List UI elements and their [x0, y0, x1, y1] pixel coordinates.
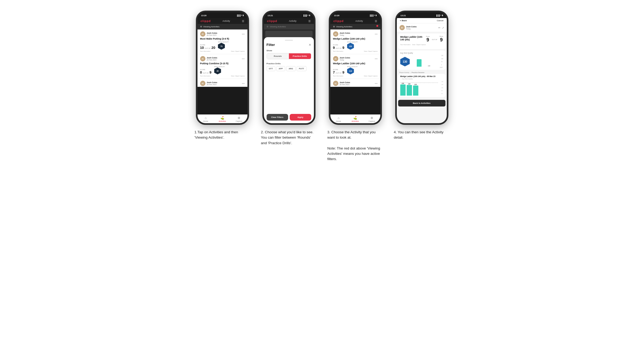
bar-group-1: 132	[400, 83, 406, 96]
back-button[interactable]: < Back	[400, 19, 407, 22]
phone2-viewing-label: Viewing Activities	[270, 25, 286, 28]
phone1-card1-data-source: Data: Clippd Capture	[231, 50, 245, 52]
phone3-nav-activities[interactable]: ⛳ Activities	[347, 115, 364, 123]
phone-1: 13:20 ▐▐▐ ▿ ▮ clippd Activity ☰ ⚙ Viewin…	[196, 11, 249, 125]
phone1-card2-test-info: Test Information	[200, 75, 211, 77]
phone1-nav-home[interactable]: ⌂ Home	[197, 115, 214, 123]
phone3-card1-outof: OUT OF	[336, 48, 342, 49]
phone1-card1-dots[interactable]: •••	[242, 33, 245, 36]
phone4-title-row: Wedge Ladder (100-140 yds) Score 9 OUT O…	[400, 36, 443, 43]
player-activity-label: Player Activity	[399, 72, 409, 73]
phone3-card3-avatar: JC	[333, 81, 338, 86]
phone-1-column: 13:20 ▐▐▐ ▿ ▮ clippd Activity ☰ ⚙ Viewin…	[193, 11, 252, 140]
filter-practice-drills-btn[interactable]: Practice Drills	[289, 53, 311, 59]
phone4-score-col: Score 9	[426, 36, 430, 43]
phone3-home-icon: ⌂	[338, 116, 339, 120]
filter-chip-app[interactable]: APP	[276, 66, 285, 71]
phone-3: 13:20 ▐▐▐ ▿ ▮ clippd Activity ☰ ⚙ Viewin…	[329, 11, 382, 125]
apply-filter-button[interactable]: Apply	[290, 114, 311, 121]
filter-chip-arg[interactable]: ARG	[286, 66, 296, 71]
filter-close-icon[interactable]: ✕	[309, 43, 311, 47]
phone3-menu-icon[interactable]: ☰	[375, 20, 377, 23]
phone4-avg-sq-badge: 130	[400, 57, 410, 66]
bar-3	[413, 86, 418, 96]
phone4-shots-col: Shots 9	[439, 36, 443, 43]
phone1-status-icons: ▐▐▐ ▿ ▮	[237, 14, 244, 16]
phone3-card-1[interactable]: JC Josh Coles Today ••• Wedge Ladder (10…	[330, 29, 380, 54]
cancel-button[interactable]: Cancel	[437, 19, 444, 22]
phone-2: 13:21 ▐▐▐ ▿ ▮ clippd Activity ☰ ⚙ Viewin…	[262, 11, 315, 125]
phone2-nav-title: Activity	[289, 20, 297, 22]
phone4-avg-sq-value: 130	[403, 60, 407, 63]
phone2-menu-icon[interactable]: ☰	[308, 20, 311, 23]
phone3-time: 13:20	[334, 14, 339, 17]
phone3-nav-home[interactable]: ⌂ Home	[330, 115, 347, 123]
bar-group-3: 124	[413, 84, 418, 96]
phone1-card3-avatar: JC	[200, 81, 205, 86]
phone3-card1-score-value: 9 OUT OF 9	[333, 46, 344, 50]
phone1-card1-score-num: 10	[200, 46, 204, 50]
phone3-viewing-activities-bar[interactable]: ⚙ Viewing Activities	[330, 24, 380, 29]
phone4-status-bar: 13:21 ▐▐▐ ▿ ▮	[397, 12, 447, 18]
phone1-nav-activities[interactable]: ⛳ Activities	[214, 115, 231, 123]
phone1-card2-score-num: 0	[200, 70, 202, 74]
phone1-status-bar: 13:20 ▐▐▐ ▿ ▮	[197, 12, 247, 18]
phone1-card-2[interactable]: JC Josh Coles 28 Feb 2023 ••• Putting Co…	[197, 54, 247, 79]
clear-filters-button[interactable]: Clear Filters	[267, 114, 288, 121]
phone1-card2-outof-num: 9	[209, 70, 211, 74]
phone1-card1-user: JC Josh Coles 28 Feb 2023	[200, 31, 217, 37]
phone3-card2-footer: Test Information Data: Clippd Capture	[333, 75, 378, 77]
phone3-card2-title: Wedge Ladder (100-140 yds)	[333, 62, 378, 65]
back-to-activities-button[interactable]: Back to Activities	[398, 100, 445, 106]
phone1-card-3: JC Josh Coles 28 Feb 2023 •••	[197, 79, 247, 87]
filter-chip-putt[interactable]: PUTT	[297, 66, 307, 71]
filter-rounds-btn[interactable]: Rounds	[267, 53, 289, 59]
phone1-card1-title: Must Make Putting (3-6 ft)	[200, 37, 245, 40]
phone1-card-1[interactable]: JC Josh Coles 28 Feb 2023 ••• Must Make …	[197, 29, 247, 54]
home-icon: ⌂	[205, 116, 207, 120]
phone3-card2-avatar: JC	[333, 56, 338, 61]
phone4-bar-chart-subtitle: --- Avg Shot Quality	[400, 78, 443, 80]
phone3-card-2[interactable]: JC Josh Coles Today ••• Wedge Ladder (10…	[330, 54, 380, 79]
phone4-info-row: Test Information Data: Clippd Capture	[400, 44, 443, 45]
bar-y-100: 100	[441, 87, 443, 88]
phone3-card2-username: Josh Coles	[340, 57, 350, 59]
phone1-card2-title: Putting Combine (3-15 ft)	[200, 62, 245, 65]
phone1-menu-icon[interactable]: ☰	[242, 20, 244, 23]
filter-chip-ott[interactable]: OTT	[267, 66, 275, 71]
phone3-card3-dots[interactable]: •••	[375, 82, 378, 85]
phone4-mini-chart-bars: 130	[411, 55, 443, 67]
phone1-nav-capture[interactable]: ⊕ Capture	[231, 115, 247, 123]
caption-4: 4. You can then see the Activity detail.	[394, 130, 450, 140]
phone3-card1-footer: Test Information Data: Clippd Capture	[333, 50, 378, 52]
bar-chart-y-axis: 140 120 100 80 60	[441, 81, 443, 94]
phone4-battery-icon: ▮	[442, 14, 443, 16]
phone1-card3-dots[interactable]: •••	[242, 82, 245, 85]
phone2-bg-card	[265, 31, 313, 37]
phone1-inner: ⚙ Viewing Activities JC Josh Coles 28 Fe…	[197, 24, 247, 123]
phone1-card2-dots[interactable]: •••	[242, 57, 245, 60]
phone3-card1-title: Wedge Ladder (100-140 yds)	[333, 37, 378, 40]
expand-icon[interactable]: ⤢	[442, 26, 444, 29]
y-label-150: 150	[441, 55, 443, 56]
phone1-card1-sq-label: Shot Quality	[218, 41, 229, 43]
phone1-card2-header: JC Josh Coles 28 Feb 2023 •••	[200, 56, 245, 61]
phone4-score-card: Wedge Ladder (100-140 yds) Score 9 OUT O…	[398, 33, 445, 49]
phone3-card1-dots[interactable]: •••	[375, 33, 378, 36]
phone3-card2-dots[interactable]: •••	[375, 57, 378, 60]
phone1-card2-avatar: JC	[200, 56, 205, 61]
activities-icon: ⛳	[220, 116, 224, 120]
phone1-viewing-activities-bar[interactable]: ⚙ Viewing Activities	[197, 24, 247, 29]
phone3-logo: clippd	[334, 19, 344, 23]
edit-icon[interactable]: ✏	[438, 26, 440, 29]
phone3-card1-date: Today	[340, 34, 350, 36]
phone1-card2-sq-group: Shot Quality 45	[214, 66, 225, 74]
phone1-card1-date: 28 Feb 2023	[207, 34, 217, 36]
phone3-nav-capture[interactable]: ⊕ Capture	[364, 115, 380, 123]
phone3-card3-header: JC Josh Coles 28 Feb 2023 •••	[333, 81, 378, 86]
phone3-nav-title: Activity	[355, 20, 363, 22]
phone4-user-bar: JC Josh Coles Today ✏ ⤢	[397, 23, 447, 32]
phone1-card1-stats: Score 10 OUT OF 20 Shot Quality	[200, 41, 245, 50]
phone3-card2-date: Today	[340, 59, 350, 61]
phone3-card1-username: Josh Coles	[340, 32, 350, 34]
